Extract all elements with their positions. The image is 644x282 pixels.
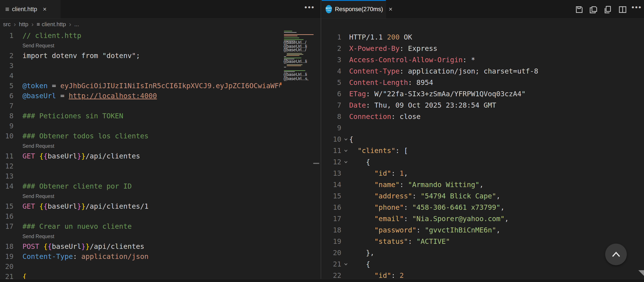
- line-number: 14: [0, 181, 14, 191]
- code-text: "password": "gvvctIhBiCnME6n",: [349, 224, 500, 236]
- code-line: 1// client.http: [0, 31, 280, 41]
- code-line: 16 "phone": "458-306-6461 x73799",: [321, 202, 644, 213]
- right-editor-group: REST Client Response(270ms) × ••• 1HTTP/…: [321, 0, 644, 282]
- code-text: GET {{baseUrl}}/api/clientes: [22, 151, 140, 161]
- fold-chevron-icon[interactable]: [343, 136, 349, 143]
- code-line: 4Content-Type: application/json; charset…: [321, 66, 644, 77]
- code-line: 6@baseUrl = http://localhost:4000: [0, 91, 280, 101]
- close-tab-icon[interactable]: ×: [388, 6, 392, 13]
- minimap-line: [287, 53, 302, 54]
- breadcrumb: src›http›≡client.http›...: [3, 19, 79, 30]
- code-text: {: [349, 134, 353, 145]
- line-number: 12: [321, 156, 341, 168]
- line-number: 1: [0, 31, 14, 41]
- breadcrumb-item[interactable]: ...: [74, 21, 79, 28]
- code-line: 15GET {{baseUrl}}/api/clientes/1: [0, 201, 280, 211]
- line-number: 13: [0, 171, 14, 181]
- code-line: 18POST {{baseUrl}}/api/clientes: [0, 241, 280, 251]
- line-number: 15: [0, 201, 14, 211]
- split-editor-icon[interactable]: [618, 5, 627, 14]
- line-number: 3: [321, 54, 341, 66]
- breadcrumb-item[interactable]: src: [3, 21, 11, 28]
- code-text: Access-Control-Allow-Origin: *: [349, 54, 475, 66]
- breadcrumb-separator-icon: ›: [32, 21, 34, 28]
- close-tab-icon[interactable]: ×: [43, 6, 47, 13]
- code-line: 18 "password": "gvvctIhBiCnME6n",: [321, 224, 644, 236]
- vscode-window: ≡ client.http × ••• src›http›≡client.htt…: [0, 0, 644, 282]
- minimap-line: [284, 70, 305, 71]
- tab-label: Response(270ms): [335, 6, 383, 13]
- minimap[interactable]: {{baseUrl.../{{baseUrl...li{{baseUrl.../…: [281, 30, 315, 279]
- line-number: 10: [0, 131, 14, 141]
- minimap-section-header: {{baseUrl...li: [284, 59, 307, 64]
- line-number: 19: [321, 236, 341, 247]
- save-icon[interactable]: [575, 5, 584, 14]
- line-number: 4: [0, 71, 14, 81]
- code-text: Content-Type: application/json; charset=…: [349, 66, 538, 77]
- send-request-link[interactable]: Send Request: [22, 141, 54, 151]
- right-more-actions-icon[interactable]: •••: [632, 3, 642, 12]
- tab-label: client.http: [12, 6, 37, 13]
- line-number: 5: [0, 81, 14, 91]
- line-number: 18: [321, 224, 341, 236]
- response-editor[interactable]: 1HTTP/1.1 200 OK2X-Powered-By: Express3A…: [321, 19, 644, 282]
- minimap-section-header: {{baseUrl...s,: [284, 76, 308, 81]
- code-text: ETag: W/"22fa-SIx3+zSmAa/YFRPW1QVoq03czA…: [349, 88, 526, 100]
- send-request-link[interactable]: Send Request: [22, 231, 54, 241]
- code-line: 13 "id": 1,: [321, 168, 644, 179]
- line-number: 16: [0, 211, 14, 221]
- scrollbar-handle[interactable]: [313, 163, 319, 164]
- code-text: Connection: close: [349, 111, 421, 122]
- code-line: 9: [321, 122, 644, 134]
- code-line: 4: [0, 71, 280, 81]
- code-text: GET {{baseUrl}}/api/clientes/1: [22, 201, 148, 211]
- line-number: 8: [0, 111, 14, 121]
- code-line: 11GET {{baseUrl}}/api/clientes: [0, 151, 280, 161]
- code-text: "status": "ACTIVE": [349, 236, 450, 247]
- code-text: {: [349, 258, 370, 270]
- copy-icon[interactable]: [603, 5, 612, 14]
- code-text: POST {{baseUrl}}/api/clientes: [22, 241, 144, 251]
- fold-chevron-icon[interactable]: [343, 261, 349, 268]
- code-text: // client.http: [22, 31, 81, 41]
- line-number: 9: [0, 121, 14, 131]
- line-number: 6: [321, 88, 341, 100]
- minimap-line: [284, 38, 299, 38]
- code-line: 7Date: Thu, 09 Oct 2025 23:28:54 GMT: [321, 100, 644, 111]
- code-text: "phone": "458-306-6461 x73799",: [349, 202, 505, 213]
- line-number: 17: [0, 221, 14, 231]
- code-line: 10{: [321, 134, 644, 145]
- save-all-icon[interactable]: [589, 5, 598, 14]
- line-number: 13: [321, 168, 341, 179]
- send-request-link[interactable]: Send Request: [22, 191, 54, 201]
- corner-grip: [638, 270, 644, 276]
- code-text: X-Powered-By: Express: [349, 43, 438, 54]
- code-line: 2X-Powered-By: Express: [321, 43, 644, 54]
- tab-client-http[interactable]: ≡ client.http ×: [0, 0, 60, 18]
- code-line: 13: [0, 171, 280, 181]
- breadcrumb-item[interactable]: client.http: [42, 21, 66, 28]
- minimap-line: [284, 34, 314, 35]
- fold-chevron-icon[interactable]: [343, 159, 349, 166]
- line-number: 14: [321, 179, 341, 190]
- breadcrumb-item[interactable]: http: [19, 21, 28, 28]
- left-editor[interactable]: 1// client.httpSend Request2import doten…: [0, 30, 280, 282]
- minimap-line: [284, 36, 298, 36]
- code-text: "clients": [: [349, 145, 408, 156]
- left-editor-group: ≡ client.http × ••• src›http›≡client.htt…: [0, 0, 320, 282]
- code-line: 17### Crear un nuevo cliente: [0, 221, 280, 231]
- code-text: },: [349, 247, 374, 258]
- scroll-to-top-button[interactable]: [605, 243, 627, 265]
- minimap-line: [286, 55, 300, 56]
- code-text: ### Obtener cliente por ID: [22, 181, 132, 191]
- fold-chevron-icon[interactable]: [343, 148, 349, 154]
- code-line: 12: [0, 161, 280, 171]
- left-more-actions-icon[interactable]: •••: [304, 3, 315, 12]
- code-line: 19 "status": "ACTIVE": [321, 236, 644, 247]
- tab-response[interactable]: REST Client Response(270ms) ×: [322, 0, 386, 18]
- line-number: 5: [321, 77, 341, 88]
- active-tab-indicator: [322, 0, 386, 1]
- send-request-link[interactable]: Send Request: [22, 41, 54, 51]
- code-text: ### Peticiones sin TOKEN: [22, 111, 123, 121]
- codelens-row: Send Request: [0, 191, 280, 201]
